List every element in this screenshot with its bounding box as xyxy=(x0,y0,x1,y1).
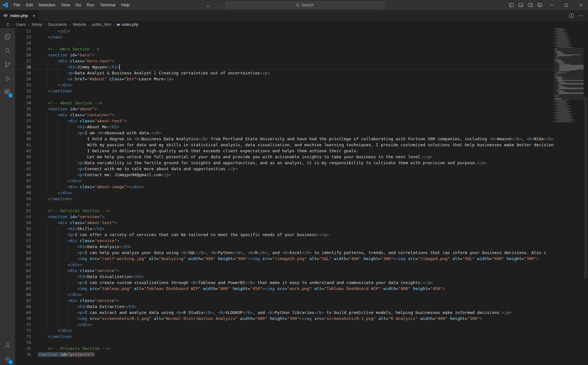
code-line-65[interactable]: 65 <img src="tableau.png" alt="Tableau D… xyxy=(15,286,554,292)
code-line-29[interactable]: 29 <p>Data Analyst & Business Analyst | … xyxy=(15,70,554,76)
code-line-75[interactable]: 75 <!-- Projects Section --> xyxy=(15,345,554,351)
breadcrumb-item[interactable]: Jimmy xyxy=(31,22,43,27)
line-number[interactable]: 35 xyxy=(15,106,38,112)
customize-layout-icon[interactable] xyxy=(535,0,544,10)
code-line-66[interactable]: 66 </div> xyxy=(15,292,554,298)
breadcrumb-item[interactable]: public_html xyxy=(91,22,112,27)
code-line-35[interactable]: 35 <section id="about"> xyxy=(15,106,554,112)
code-line-31[interactable]: 31 </div> xyxy=(15,82,554,88)
line-number[interactable]: 76 xyxy=(15,351,38,357)
line-number[interactable]: 42 xyxy=(15,148,38,154)
code-line-23[interactable]: 23 </nav> xyxy=(15,34,554,40)
line-number[interactable]: 56 xyxy=(15,232,38,238)
code-line-46[interactable]: 46 <p>Contact me: Jimmypn94@gmail.com</p… xyxy=(15,172,554,178)
code-line-39[interactable]: 39 <p>I am <b>obsessed with data.</b> xyxy=(15,130,554,136)
vertical-scrollbar-thumb[interactable] xyxy=(584,97,587,278)
code-line-54[interactable]: 54 <div class="about-text"> xyxy=(15,220,554,226)
line-number[interactable]: 22 xyxy=(15,28,38,34)
code-line-25[interactable]: 25 <!-- Hero Section --> xyxy=(15,46,554,52)
vertical-scrollbar[interactable] xyxy=(584,28,588,365)
code-line-62[interactable]: 62 <div class="service"> xyxy=(15,268,554,274)
tab-index-php[interactable]: php index.php × xyxy=(0,10,39,21)
line-number[interactable]: 49 xyxy=(15,190,38,196)
code-editor[interactable]: 22 </ul>23 </nav>2425 <!-- Hero Section … xyxy=(15,28,554,365)
code-line-50[interactable]: 50 </section> xyxy=(15,196,554,202)
line-number[interactable]: 44 xyxy=(15,160,38,166)
line-number[interactable]: 24 xyxy=(15,40,38,46)
explorer-icon[interactable] xyxy=(0,30,15,44)
code-line-70[interactable]: 70 <img src="screenshots/R-1.png" alt="N… xyxy=(15,316,554,322)
line-number[interactable]: 46 xyxy=(15,172,38,178)
minimap[interactable] xyxy=(554,28,584,365)
code-line-67[interactable]: 67 <div class="service"> xyxy=(15,298,554,304)
close-window-button[interactable] xyxy=(573,0,588,10)
code-line-76[interactable]: 76<section id="projects"> xyxy=(15,351,554,357)
code-line-57[interactable]: 57 <div class="service"> xyxy=(15,238,554,244)
menu-help[interactable]: Help xyxy=(118,0,132,10)
line-number[interactable]: 57 xyxy=(15,238,38,244)
code-line-42[interactable]: 42 I believe in delivering high-quality … xyxy=(15,148,554,154)
code-line-59[interactable]: 59 <p>I can help you analyze your data u… xyxy=(15,250,554,256)
line-number[interactable]: 54 xyxy=(15,220,38,226)
line-number[interactable]: 27 xyxy=(15,58,38,64)
menu-run[interactable]: Run xyxy=(84,0,97,10)
code-line-52[interactable]: 52 <!-- Services Section --> xyxy=(15,208,554,214)
nav-back-icon[interactable]: ← xyxy=(204,3,213,8)
code-line-36[interactable]: 36 <div class="container"> xyxy=(15,112,554,118)
line-number[interactable]: 75 xyxy=(15,345,38,351)
toggle-primary-sidebar-icon[interactable] xyxy=(507,0,516,10)
breadcrumb-item[interactable]: Users xyxy=(15,22,26,27)
code-line-74[interactable]: 74 xyxy=(15,339,554,345)
code-line-61[interactable]: 61 </div> xyxy=(15,262,554,268)
code-line-60[interactable]: 60 <img src="/self-working.jpg" alt="Ana… xyxy=(15,256,554,262)
code-line-34[interactable]: 34 <!-- About Section --> xyxy=(15,100,554,106)
line-number[interactable]: 38 xyxy=(15,124,38,130)
line-number[interactable]: 48 xyxy=(15,184,38,190)
code-line-49[interactable]: 49 </div> xyxy=(15,190,554,196)
line-number[interactable]: 70 xyxy=(15,316,38,322)
code-line-63[interactable]: 63 <h3>Data Visualization</h3> xyxy=(15,274,554,280)
run-debug-icon[interactable] xyxy=(0,72,15,85)
code-line-72[interactable]: 72 </div> xyxy=(15,327,554,333)
menu-view[interactable]: View xyxy=(58,0,73,10)
line-number[interactable]: 37 xyxy=(15,118,38,124)
code-line-30[interactable]: 30 <a href="#about" class="btn">Learn Mo… xyxy=(15,76,554,82)
code-line-40[interactable]: 40 I hold a degree in <b>Business Data A… xyxy=(15,136,554,142)
code-line-53[interactable]: 53 <section id="services"> xyxy=(15,214,554,220)
code-line-38[interactable]: 38 <h2>About Me</h2> xyxy=(15,124,554,130)
line-number[interactable]: 28 xyxy=(15,64,38,70)
line-number[interactable]: 30 xyxy=(15,76,38,82)
search-sidebar-icon[interactable] xyxy=(0,44,15,58)
code-line-45[interactable]: 45 <p>Connect with me to talk more about… xyxy=(15,166,554,172)
line-number[interactable]: 74 xyxy=(15,339,38,345)
code-line-27[interactable]: 27 <div class="hero-text"> xyxy=(15,58,554,64)
line-number[interactable]: 67 xyxy=(15,298,38,304)
line-number[interactable]: 36 xyxy=(15,112,38,118)
line-number[interactable]: 40 xyxy=(15,136,38,142)
nav-forward-icon[interactable]: → xyxy=(213,3,223,8)
account-icon[interactable] xyxy=(0,338,15,352)
code-line-48[interactable]: 48 <div class="about-image"></div> xyxy=(15,184,554,190)
code-line-33[interactable]: 33 xyxy=(15,94,554,100)
search-box[interactable]: Search xyxy=(225,2,384,9)
line-number[interactable]: 47 xyxy=(15,178,38,184)
menu-terminal[interactable]: Terminal xyxy=(97,0,118,10)
code-line-26[interactable]: 26 <section id="hero"> xyxy=(15,52,554,58)
line-number[interactable]: 71 xyxy=(15,322,38,327)
code-line-22[interactable]: 22 </ul> xyxy=(15,28,554,34)
line-number[interactable]: 69 xyxy=(15,310,38,316)
code-line-43[interactable]: 43 Let me help you unlock the full poten… xyxy=(15,154,554,160)
code-line-47[interactable]: 47 </div> xyxy=(15,178,554,184)
toggle-panel-icon[interactable] xyxy=(516,0,526,10)
line-number[interactable]: 45 xyxy=(15,166,38,172)
minimize-button[interactable] xyxy=(544,0,559,10)
line-number[interactable]: 52 xyxy=(15,208,38,214)
code-line-64[interactable]: 64 <p>I can create custom visualizations… xyxy=(15,280,554,286)
line-number[interactable]: 58 xyxy=(15,244,38,250)
line-number[interactable]: 31 xyxy=(15,82,38,88)
menu-selection[interactable]: Selection xyxy=(36,0,58,10)
line-number[interactable]: 32 xyxy=(15,88,38,94)
line-number[interactable]: 61 xyxy=(15,262,38,268)
code-line-44[interactable]: 44 <p>Data variability is the fertile gr… xyxy=(15,160,554,166)
source-control-icon[interactable] xyxy=(0,58,15,72)
